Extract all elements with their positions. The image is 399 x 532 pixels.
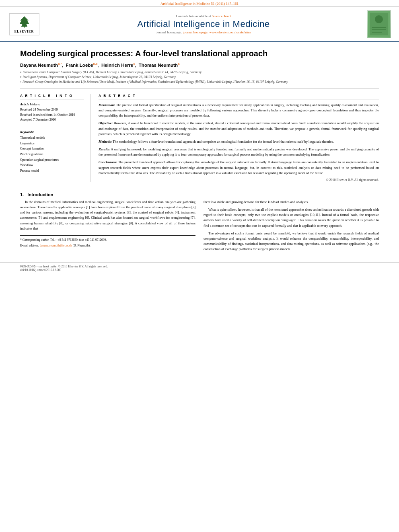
keyword-1: Theoretical models: [20, 135, 84, 141]
intro-right-para-1: there is a stable and growing demand for…: [204, 199, 379, 205]
intro-left-col: In the domains of medical informatics an…: [20, 199, 195, 255]
author-2-name: Frank Loebe: [66, 63, 93, 68]
svg-point-4: [375, 15, 383, 23]
copyright-text: © 2010 Elsevier B.V. All rights reserved…: [99, 178, 379, 182]
author-1-name: Dayana Neumuth: [20, 63, 58, 68]
bottom-bar: 0933-3657/$ – see front matter © 2010 El…: [0, 262, 399, 274]
affiliation-c: c Research Group Ontologies in Medicine …: [20, 80, 379, 84]
svg-marker-1: [19, 16, 29, 27]
affiliation-b-sup: b: [20, 75, 21, 80]
abstract-motivation-text: The precise and formal specification of …: [99, 103, 379, 117]
accepted-date: Accepted 7 December 2010: [20, 117, 84, 123]
journal-title: Artificial Intelligence in Medicine: [40, 19, 367, 29]
abstract-heading: A B S T R A C T: [99, 94, 379, 99]
keyword-3: Concept formation: [20, 146, 84, 152]
abstract-results-text: A unifying framework for modeling surgic…: [99, 147, 379, 156]
affiliation-a-text: Innovation Center Computer Assisted Surg…: [23, 70, 202, 75]
affiliations: a Innovation Center Computer Assisted Su…: [20, 70, 379, 89]
journal-thumbnail: [367, 10, 391, 38]
authors-line: Dayana Neumutha,*, Frank Loebeb,c, Heinr…: [20, 62, 379, 68]
abstract-para-conclusions: Conclusions: The presented four-level ap…: [99, 160, 379, 176]
intro-section-number: 1.: [20, 192, 24, 197]
contents-line: Contents lists available at ScienceDirec…: [40, 14, 367, 18]
main-content: Modeling surgical processes: A four-leve…: [0, 42, 399, 262]
footnote-email: E-mail address: dayana.neumuth@iccas.de …: [20, 243, 195, 248]
author-3-name: Heinrich Herre: [101, 63, 133, 68]
affiliation-b-text: Intelligent Systems, Department of Compu…: [23, 75, 176, 80]
affiliation-c-sup: c: [20, 80, 21, 84]
abstract-para-results: Results: A unifying framework for modeli…: [99, 147, 379, 157]
intro-section-title: 1. Introduction: [20, 192, 379, 197]
keyword-4: Practice guideline: [20, 152, 84, 157]
author-2-sup: b,c: [93, 62, 98, 66]
abstract-objective-label: Objective:: [99, 121, 113, 125]
footnote-email-link[interactable]: dayana.neumuth@iccas.de: [40, 244, 72, 247]
footnotes: * Corresponding author. Tel.: +49 341 97…: [20, 235, 195, 248]
affiliation-a: a Innovation Center Computer Assisted Su…: [20, 70, 379, 75]
intro-para-1: In the domains of medical informatics an…: [20, 199, 195, 231]
intro-right-para-3: The advantages of such a formal basis wo…: [204, 231, 379, 252]
issn-text: 0933-3657/$ – see front matter © 2010 El…: [20, 265, 379, 268]
abstract-methods-text: The methodology follows a four-level tra…: [113, 140, 334, 144]
abstract-column: A B S T R A C T Motivation: The precise …: [99, 94, 379, 182]
author-4-sup: a: [178, 62, 179, 66]
footnote-email-label: E-mail address:: [20, 244, 40, 247]
article-history-dates: Received 24 November 2009 Received in re…: [20, 107, 84, 126]
article-title: Modeling surgical processes: A four-leve…: [20, 48, 379, 59]
article-history-label: Article history:: [20, 103, 84, 106]
abstract-results-label: Results:: [99, 147, 110, 151]
abstract-para-methods: Methods: The methodology follows a four-…: [99, 139, 379, 144]
intro-right-col: there is a stable and growing demand for…: [204, 199, 379, 255]
intro-body-columns: In the domains of medical informatics an…: [20, 199, 379, 255]
elsevier-logo: ELSEVIER: [8, 13, 40, 35]
affiliation-b: b Intelligent Systems, Department of Com…: [20, 75, 379, 80]
intro-right-para-2: What is quite salient, however, is that …: [204, 207, 379, 228]
abstract-objective-text: However, it would be beneficial if scien…: [99, 121, 379, 136]
journal-header: ELSEVIER Contents lists available at Sci…: [0, 7, 399, 42]
journal-header-center: Contents lists available at ScienceDirec…: [40, 14, 367, 34]
author-3-sup: c: [133, 62, 135, 66]
doi-text: doi:10.1016/j.artmed.2010.12.003: [20, 268, 379, 272]
elsevier-logo-image: ELSEVIER: [9, 13, 39, 35]
received-date: Received 24 November 2009: [20, 107, 84, 113]
affiliation-a-sup: a: [20, 70, 21, 75]
footnote-email-suffix: (D. Neumuth).: [72, 244, 90, 247]
abstract-para-motivation: Motivation: The precise and formal speci…: [99, 103, 379, 119]
author-4-name: Thomas Neumuth: [139, 63, 178, 68]
keywords-list: Theoretical models Linguistics Concept f…: [20, 135, 84, 173]
keyword-2: Linguistics: [20, 141, 84, 146]
footnote-corresponding: * Corresponding author. Tel.: +49 341 97…: [20, 238, 195, 242]
article-info-abstract-section: A R T I C L E I N F O Article history: R…: [20, 94, 379, 182]
introduction-section: 1. Introduction In the domains of medica…: [20, 192, 379, 255]
abstract-para-objective: Objective: However, it would be benefici…: [99, 121, 379, 137]
journal-cover-image: [368, 11, 390, 37]
elsevier-brand-text: ELSEVIER: [14, 30, 34, 33]
article-info-column: A R T I C L E I N F O Article history: R…: [20, 94, 90, 182]
keyword-7: Process model: [20, 168, 84, 174]
revised-date: Received in revised form 14 October 2010: [20, 113, 84, 118]
journal-homepage-link[interactable]: journal homepage: www.elsevier.com/locat…: [183, 30, 251, 34]
abstract-conclusions-text: The presented four-level approach allows…: [99, 160, 379, 175]
sciencedirect-link[interactable]: ScienceDirect: [212, 14, 231, 18]
article-info-heading: A R T I C L E I N F O: [20, 94, 84, 99]
abstract-motivation-label: Motivation:: [99, 103, 115, 107]
intro-section-title-text: Introduction: [27, 192, 53, 197]
journal-reference-bar: Artificial Intelligence in Medicine 51 (…: [0, 0, 399, 7]
abstract-conclusions-label: Conclusions:: [99, 160, 117, 164]
keyword-5: Operative surgical procedures: [20, 157, 84, 163]
affiliation-c-text: Research Group Ontologies in Medicine an…: [23, 80, 288, 84]
elsevier-tree-icon: [17, 15, 31, 29]
journal-reference-text: Artificial Intelligence in Medicine 51 (…: [160, 2, 239, 6]
journal-homepage: journal homepage: journal homepage: www.…: [40, 30, 367, 34]
section-divider: [20, 188, 379, 188]
abstract-methods-label: Methods:: [99, 140, 112, 144]
keywords-label: Keywords:: [20, 130, 84, 134]
author-1-sup: a,*: [58, 62, 62, 66]
keyword-6: Workflow: [20, 162, 84, 168]
